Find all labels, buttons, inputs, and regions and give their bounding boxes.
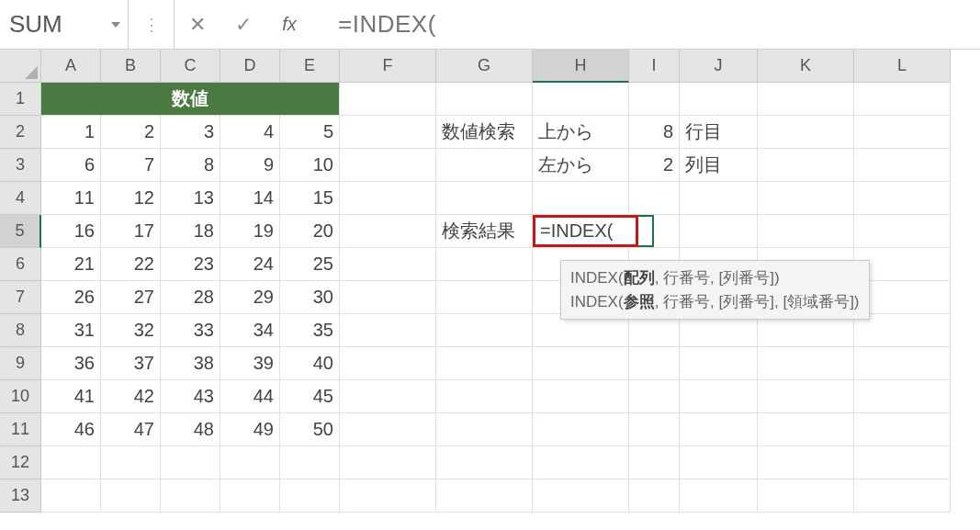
cell-K1[interactable] bbox=[758, 83, 854, 116]
cell-A11[interactable]: 46 bbox=[41, 413, 101, 446]
cell-D11[interactable]: 49 bbox=[220, 413, 280, 446]
row-header-5[interactable]: 5 bbox=[0, 215, 41, 248]
cell-D12[interactable] bbox=[220, 446, 280, 479]
cell-F9[interactable] bbox=[340, 347, 436, 380]
cell-J2[interactable]: 行目 bbox=[680, 116, 758, 149]
cell-F1[interactable] bbox=[340, 83, 436, 116]
cell-E13[interactable] bbox=[280, 479, 340, 513]
cell-J11[interactable] bbox=[680, 413, 758, 446]
cell-A6[interactable]: 21 bbox=[41, 248, 101, 281]
cell-F3[interactable] bbox=[340, 149, 436, 182]
cell-E7[interactable]: 30 bbox=[280, 281, 340, 314]
cell-E12[interactable] bbox=[280, 446, 340, 479]
cell-G7[interactable] bbox=[436, 281, 533, 314]
cell-B5[interactable]: 17 bbox=[101, 215, 161, 248]
cell-B6[interactable]: 22 bbox=[101, 248, 161, 281]
row-header-4[interactable]: 4 bbox=[0, 182, 41, 215]
cell-I12[interactable] bbox=[629, 446, 680, 479]
cell-K12[interactable] bbox=[758, 446, 854, 479]
cell-H2[interactable]: 上から bbox=[533, 116, 629, 149]
col-header-H[interactable]: H bbox=[533, 50, 629, 83]
cell-F10[interactable] bbox=[340, 380, 436, 413]
cell-I1[interactable] bbox=[629, 83, 680, 116]
cell-B12[interactable] bbox=[101, 446, 161, 479]
cell-C3[interactable]: 8 bbox=[161, 149, 220, 182]
cell-A2[interactable]: 1 bbox=[41, 116, 101, 149]
cell-G11[interactable] bbox=[436, 413, 533, 446]
cell-G9[interactable] bbox=[436, 347, 533, 380]
cell-D2[interactable]: 4 bbox=[220, 116, 280, 149]
row-header-2[interactable]: 2 bbox=[0, 116, 41, 149]
col-header-K[interactable]: K bbox=[758, 50, 854, 83]
cell-G6[interactable] bbox=[436, 248, 533, 281]
cell-C6[interactable]: 23 bbox=[161, 248, 220, 281]
cell-L11[interactable] bbox=[854, 413, 951, 446]
expand-formula-bar-button[interactable]: ⋮ bbox=[129, 0, 175, 49]
cell-J5[interactable] bbox=[680, 215, 758, 248]
cell-G1[interactable] bbox=[436, 83, 533, 116]
cell-F8[interactable] bbox=[340, 314, 436, 347]
cell-E11[interactable]: 50 bbox=[280, 413, 340, 446]
cell-I4[interactable] bbox=[629, 182, 680, 215]
cell-G13[interactable] bbox=[436, 479, 533, 513]
cell-C10[interactable]: 43 bbox=[161, 380, 220, 413]
cell-A4[interactable]: 11 bbox=[41, 182, 101, 215]
cell-B13[interactable] bbox=[101, 479, 161, 513]
cell-K4[interactable] bbox=[758, 182, 854, 215]
tooltip-line-2[interactable]: INDEX(参照, 行番号, [列番号], [領域番号]) bbox=[570, 290, 860, 314]
cell-D7[interactable]: 29 bbox=[220, 281, 280, 314]
cell-A10[interactable]: 41 bbox=[41, 380, 101, 413]
formula-input[interactable]: =INDEX( bbox=[312, 0, 980, 49]
cell-D10[interactable]: 44 bbox=[220, 380, 280, 413]
cell-B8[interactable]: 32 bbox=[101, 314, 161, 347]
cell-C9[interactable]: 38 bbox=[161, 347, 220, 380]
cell-E10[interactable]: 45 bbox=[280, 380, 340, 413]
cell-F13[interactable] bbox=[340, 479, 436, 513]
row-header-8[interactable]: 8 bbox=[0, 314, 41, 347]
cell-L13[interactable] bbox=[854, 479, 951, 513]
cell-E5[interactable]: 20 bbox=[280, 215, 340, 248]
cell-E4[interactable]: 15 bbox=[280, 182, 340, 215]
cell-G3[interactable] bbox=[436, 149, 533, 182]
cell-D3[interactable]: 9 bbox=[220, 149, 280, 182]
cell-K13[interactable] bbox=[758, 479, 854, 513]
cell-D5[interactable]: 19 bbox=[220, 215, 280, 248]
col-header-L[interactable]: L bbox=[854, 50, 951, 83]
cell-H12[interactable] bbox=[533, 446, 629, 479]
cell-J13[interactable] bbox=[680, 479, 758, 513]
cell-E9[interactable]: 40 bbox=[280, 347, 340, 380]
col-header-C[interactable]: C bbox=[161, 50, 220, 83]
merged-header-numeric[interactable]: 数値 bbox=[41, 83, 340, 116]
cell-K11[interactable] bbox=[758, 413, 854, 446]
cell-B10[interactable]: 42 bbox=[101, 380, 161, 413]
tooltip-line-1[interactable]: INDEX(配列, 行番号, [列番号]) bbox=[570, 266, 860, 290]
cell-J4[interactable] bbox=[680, 182, 758, 215]
cell-B3[interactable]: 7 bbox=[101, 149, 161, 182]
cell-H13[interactable] bbox=[533, 479, 629, 513]
col-header-F[interactable]: F bbox=[340, 50, 436, 83]
cell-L9[interactable] bbox=[854, 347, 951, 380]
cell-D4[interactable]: 14 bbox=[220, 182, 280, 215]
cell-A9[interactable]: 36 bbox=[41, 347, 101, 380]
cell-H11[interactable] bbox=[533, 413, 629, 446]
cell-G2[interactable]: 数値検索 bbox=[436, 116, 533, 149]
cell-D9[interactable]: 39 bbox=[220, 347, 280, 380]
cell-B9[interactable]: 37 bbox=[101, 347, 161, 380]
cell-G12[interactable] bbox=[436, 446, 533, 479]
row-header-11[interactable]: 11 bbox=[0, 413, 41, 446]
cell-F5[interactable] bbox=[340, 215, 436, 248]
cell-E2[interactable]: 5 bbox=[280, 116, 340, 149]
cell-C7[interactable]: 28 bbox=[161, 281, 220, 314]
cell-K5[interactable] bbox=[758, 215, 854, 248]
row-header-3[interactable]: 3 bbox=[0, 149, 41, 182]
cell-A8[interactable]: 31 bbox=[41, 314, 101, 347]
cell-D8[interactable]: 34 bbox=[220, 314, 280, 347]
cell-C8[interactable]: 33 bbox=[161, 314, 220, 347]
cell-I11[interactable] bbox=[629, 413, 680, 446]
cell-A13[interactable] bbox=[41, 479, 101, 513]
cell-E6[interactable]: 25 bbox=[280, 248, 340, 281]
cell-I9[interactable] bbox=[629, 347, 680, 380]
col-header-D[interactable]: D bbox=[220, 50, 280, 83]
cell-C5[interactable]: 18 bbox=[161, 215, 220, 248]
col-header-E[interactable]: E bbox=[280, 50, 340, 83]
